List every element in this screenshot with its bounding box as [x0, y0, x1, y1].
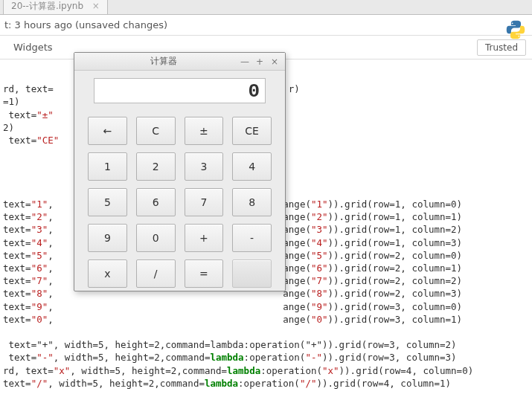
clearentry-button[interactable]: CE	[232, 117, 272, 145]
digit-0-button[interactable]: 0	[136, 224, 176, 252]
keypad: ← C ± CE 1 2 3 4 5 6 7 8 9 0 + - x / =	[74, 111, 285, 288]
multiply-button[interactable]: x	[88, 259, 127, 288]
python-logo-icon	[505, 19, 526, 42]
plus-button[interactable]: +	[185, 224, 224, 252]
digit-8-button[interactable]: 8	[232, 188, 272, 216]
digit-4-button[interactable]: 4	[232, 152, 272, 181]
close-icon[interactable]: ×	[269, 57, 281, 67]
digit-6-button[interactable]: 6	[136, 188, 176, 216]
calculator-window: 计算器 — + × 0 ← C ± CE 1 2 3 4 5 6 7 8 9 0…	[74, 52, 286, 291]
calc-display: 0	[94, 78, 266, 103]
blank-button	[232, 259, 272, 288]
minus-button[interactable]: -	[232, 224, 272, 252]
digit-9-button[interactable]: 9	[88, 224, 127, 252]
digit-3-button[interactable]: 3	[185, 152, 224, 181]
minimize-icon[interactable]: —	[239, 57, 251, 67]
tab-title: 20--计算器.ipynb	[11, 1, 83, 11]
notebook-tab[interactable]: 20--计算器.ipynb ×	[3, 0, 108, 14]
digit-1-button[interactable]: 1	[88, 152, 127, 181]
plusminus-button[interactable]: ±	[185, 117, 224, 145]
backspace-button[interactable]: ←	[88, 117, 127, 145]
clear-button[interactable]: C	[136, 117, 176, 145]
divide-button[interactable]: /	[136, 259, 176, 288]
titlebar[interactable]: 计算器 — + ×	[74, 53, 285, 71]
equals-button[interactable]: =	[185, 259, 224, 288]
digit-5-button[interactable]: 5	[88, 188, 127, 216]
window-title: 计算器	[91, 55, 236, 68]
digit-7-button[interactable]: 7	[185, 188, 224, 216]
digit-2-button[interactable]: 2	[136, 152, 176, 181]
close-icon[interactable]: ×	[92, 1, 100, 11]
menu-widgets[interactable]: Widgets	[6, 38, 60, 57]
browser-tabbar: 20--计算器.ipynb ×	[0, 0, 532, 15]
maximize-icon[interactable]: +	[254, 57, 266, 67]
checkpoint-status: t: 3 hours ago (unsaved changes)	[0, 15, 532, 36]
